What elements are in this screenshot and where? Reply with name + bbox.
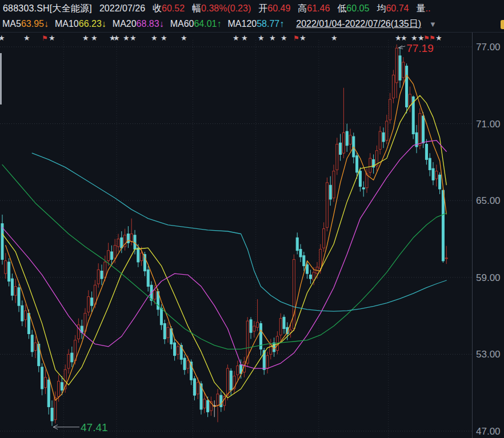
- y-axis: 77.0071.0065.0059.0053.0047.00: [473, 33, 501, 438]
- event-flag-icon: ⚑: [429, 34, 435, 42]
- candle: [51, 400, 53, 426]
- y-axis-tick-label: 47.00: [476, 426, 501, 437]
- candle: [71, 347, 73, 367]
- candle: [296, 232, 298, 254]
- candle: [382, 127, 385, 148]
- candle: [67, 349, 70, 373]
- candle: [101, 264, 103, 285]
- candle: [97, 263, 99, 288]
- candle: [389, 93, 391, 124]
- event-star-icon: ★: [435, 34, 442, 42]
- candle: [81, 320, 83, 339]
- candle: [323, 222, 325, 252]
- candle: [432, 162, 434, 185]
- candle: [270, 339, 272, 359]
- candle: [429, 153, 431, 176]
- candle: [203, 393, 206, 413]
- candle: [87, 290, 90, 316]
- candle: [21, 300, 23, 326]
- candle: [213, 400, 215, 417]
- event-star-icon: ★: [331, 34, 338, 42]
- event-star-icon: ★: [181, 34, 187, 42]
- candle: [237, 361, 239, 380]
- candle: [163, 320, 166, 344]
- event-star-icon: ★: [49, 34, 55, 42]
- event-star-icon: ★: [161, 34, 167, 42]
- candle: [293, 254, 295, 331]
- event-star-icon: ★: [258, 34, 265, 42]
- event-star-icon: ★: [411, 34, 418, 42]
- candle: [8, 258, 10, 286]
- candle: [124, 229, 126, 251]
- y-axis-tick-label: 53.00: [476, 349, 501, 360]
- candle: [445, 246, 447, 264]
- candle: [333, 164, 335, 202]
- candle: [299, 244, 302, 262]
- y-axis-tick-label: 65.00: [476, 195, 501, 206]
- candle: [346, 124, 348, 152]
- candle: [395, 45, 398, 98]
- candle: [283, 315, 285, 334]
- y-axis-tick-label: 71.00: [476, 119, 501, 130]
- candle: [425, 139, 427, 165]
- low-price-label: 47.41: [81, 421, 108, 433]
- candle: [442, 188, 444, 263]
- candle: [309, 270, 311, 284]
- candle: [220, 391, 222, 412]
- candle: [415, 125, 418, 153]
- candle: [31, 330, 33, 357]
- candle: [402, 57, 405, 85]
- grid-lines: [0, 40, 472, 438]
- event-star-icon: ★: [123, 34, 130, 42]
- candle: [326, 178, 328, 231]
- candle: [266, 352, 269, 373]
- candle: [373, 154, 375, 174]
- candle: [439, 172, 441, 194]
- candle: [342, 88, 345, 158]
- event-star-icon: ★: [299, 34, 306, 42]
- candle: [47, 377, 50, 415]
- price-annotations: 77.1947.41: [53, 42, 434, 433]
- event-star-icon: ★: [241, 34, 248, 42]
- event-markers-row: ★★★★★★★★★★★★★★★★★★★★★★★★⚑⚑⚑⚑: [0, 34, 442, 42]
- candle: [147, 266, 149, 292]
- y-axis-tick-label: 77.00: [476, 42, 501, 53]
- candle: [339, 134, 342, 161]
- candle: [91, 291, 93, 312]
- event-star-icon: ★: [130, 34, 137, 42]
- candle: [117, 234, 119, 252]
- candle: [210, 396, 212, 416]
- ma-line-ma20: [2, 140, 446, 368]
- ma-line-ma60: [2, 164, 446, 349]
- high-price-label: 77.19: [406, 42, 434, 54]
- candle: [250, 317, 252, 339]
- candle: [18, 284, 20, 312]
- candle: [375, 146, 378, 171]
- high-annotation: 77.19: [398, 42, 434, 54]
- candle: [259, 321, 262, 356]
- event-star-icon: ★: [82, 34, 89, 42]
- candle: [253, 321, 255, 337]
- stock-chart-app: 688303.SH[大全能源] 2022/07/26 收60.52幅0.38%(…: [0, 0, 504, 438]
- low-annotation: 47.41: [53, 421, 108, 433]
- event-flag-icon: ⚑: [293, 34, 299, 42]
- candles-layer: [1, 45, 447, 426]
- candle: [303, 252, 305, 271]
- candle: [349, 129, 351, 151]
- candle: [174, 339, 176, 360]
- event-star-icon: ★: [269, 34, 276, 42]
- candle: [233, 371, 235, 394]
- candle: [273, 337, 275, 357]
- candle: [329, 176, 331, 206]
- candle: [279, 314, 282, 340]
- candle: [409, 87, 411, 112]
- event-star-icon: ★: [151, 34, 158, 42]
- candle: [362, 182, 365, 197]
- candle: [5, 253, 7, 279]
- candle: [25, 304, 27, 327]
- candlestick-chart[interactable]: 77.0071.0065.0059.0053.0047.00 ★★★★★★★★★…: [0, 0, 504, 438]
- event-star-icon: ★: [233, 34, 239, 42]
- candle: [257, 299, 259, 331]
- candle: [379, 126, 381, 154]
- event-flag-icon: ⚑: [42, 34, 48, 42]
